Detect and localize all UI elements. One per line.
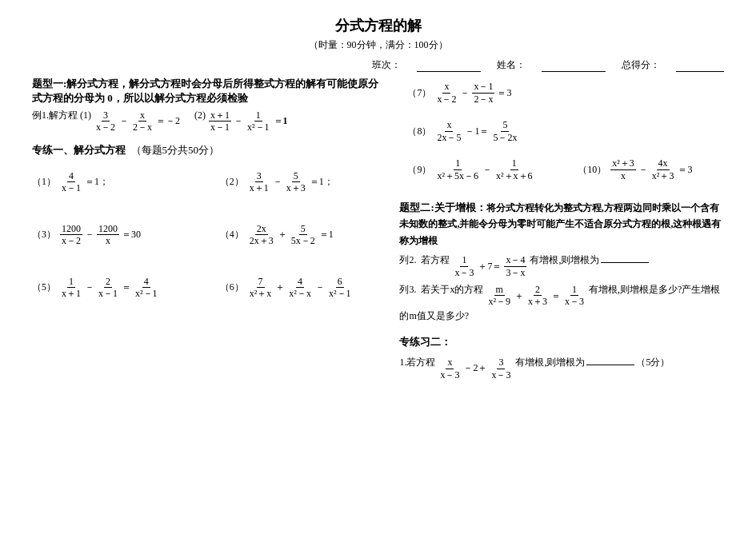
right-problem-7: （7） xx－2 － x－12－x ＝3 bbox=[407, 77, 724, 109]
page-subtitle: （时量：90分钟，满分：100分） bbox=[32, 38, 724, 52]
frac-3-x2: 3 x－2 bbox=[94, 110, 117, 134]
problem-2: （2） 3x＋1 － 5x＋3 ＝1； bbox=[220, 162, 384, 202]
header-info: 班次： 姓名： 总得分： bbox=[32, 58, 724, 72]
main-content: 题型一:解分式方程，解分式方程时会分母后所得整式方程的解有可能使原分式方程的分母… bbox=[32, 77, 724, 381]
right-problem-10: （10） x²＋3x － 4xx²＋3 ＝3 bbox=[578, 153, 724, 185]
exercise1-section: 专练一、解分式方程 （每题5分共50分） （1） 4x－1 ＝1； （2） 3x… bbox=[32, 143, 383, 308]
example1-block: 例1.解方程 (1) 3 x－2 － x 2－x ＝－2 (2) x＋1 bbox=[32, 109, 383, 134]
practice2-section: 专练习二： 1.若方程 xx－3 －2＋ 3x－3 有增根,则增根为（5分） bbox=[399, 335, 724, 381]
problem-5: （5） 1x＋1 － 2x－1 ＝ 4x²－1 bbox=[32, 268, 196, 308]
name-label: 姓名： bbox=[497, 58, 526, 72]
left-column: 题型一:解分式方程，解分式方程时会分母后所得整式方程的解有可能使原分式方程的分母… bbox=[32, 77, 383, 381]
problem-1: （1） 4x－1 ＝1； bbox=[32, 162, 196, 202]
problem-3: （3） 1200x－2 － 1200x ＝30 bbox=[32, 215, 196, 255]
frac-x-2x: x 2－x bbox=[131, 110, 154, 134]
section2-title: 题型二:关于增根：将分式方程转化为整式方程,方程两边同时乘以一个含有未知数的整式… bbox=[399, 200, 724, 249]
problems-grid: （1） 4x－1 ＝1； （2） 3x＋1 － 5x＋3 ＝1； bbox=[32, 162, 383, 308]
practice2-item-1: 1.若方程 xx－3 －2＋ 3x－3 有增根,则增根为（5分） bbox=[399, 354, 724, 381]
frac-1-x2: 1 x²－1 bbox=[246, 110, 271, 134]
frac-x1-x1: x＋1 x－1 bbox=[209, 110, 231, 134]
example2-block: 列2. 若方程 1x－3 ＋7＝ x－43－x 有增根,则增根为 bbox=[399, 252, 724, 278]
right-problems-910: （9） 1x²＋5x－6 － 1x²＋x＋6 （10） x²＋3x － 4xx²… bbox=[399, 153, 724, 192]
total-label: 总得分： bbox=[622, 58, 660, 72]
right-column: （7） xx－2 － x－12－x ＝3 （8） x2x－5 －1＝ 55－2x bbox=[399, 77, 724, 381]
example1-num: (1) bbox=[80, 110, 91, 121]
problem-4: （4） 2x2x＋3 ＋ 55x－2 ＝1 bbox=[220, 215, 384, 255]
exercise1-title: 专练一、解分式方程 （每题5分共50分） bbox=[32, 143, 383, 157]
right-problem-8: （8） x2x－5 －1＝ 55－2x bbox=[407, 115, 724, 147]
right-problem-9: （9） 1x²＋5x－6 － 1x²＋x＋6 bbox=[407, 153, 554, 185]
example-label: 例1.解方程 bbox=[32, 110, 78, 121]
right-problems-top: （7） xx－2 － x－12－x ＝3 （8） x2x－5 －1＝ 55－2x bbox=[399, 77, 724, 147]
example2-num: (2) bbox=[194, 110, 206, 121]
page-title: 分式方程的解 bbox=[32, 16, 724, 35]
section1-title: 题型一:解分式方程，解分式方程时会分母后所得整式方程的解有可能使原分式方程的分母… bbox=[32, 77, 383, 106]
practice2-title: 专练习二： bbox=[399, 335, 724, 349]
example3-block: 列3. 若关于x的方程 mx²－9 ＋ 2x＋3 ＝ 1x－3 有增根,则增根是… bbox=[399, 281, 724, 324]
class-label: 班次： bbox=[372, 58, 401, 72]
example2-eq: x＋1 x－1 － 1 x²－1 ＝1 bbox=[208, 110, 288, 134]
example1-eq: 3 x－2 － x 2－x ＝－2 bbox=[94, 110, 180, 134]
problem-6: （6） 7x²＋x ＋ 4x²－x － 6x²－1 bbox=[220, 268, 384, 308]
